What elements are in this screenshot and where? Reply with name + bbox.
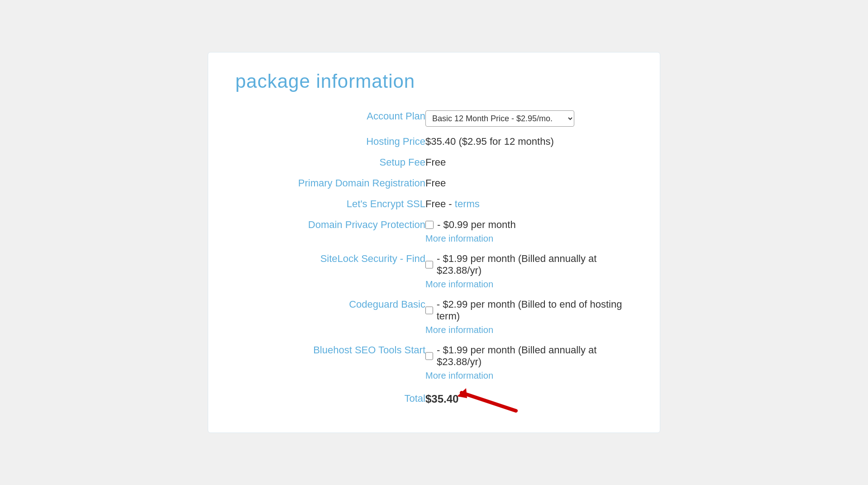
bluehost-seo-value: - $1.99 per month (Billed annually at $2…	[425, 340, 633, 385]
sitelock-row: SiteLock Security - Find - $1.99 per mon…	[235, 248, 633, 294]
sitelock-value: - $1.99 per month (Billed annually at $2…	[425, 248, 633, 294]
domain-privacy-row: Domain Privacy Protection - $0.99 per mo…	[235, 214, 633, 248]
setup-fee-label: Setup Fee	[235, 152, 425, 173]
letsencrypt-value: Free - terms	[425, 194, 633, 214]
bluehost-seo-label: Bluehost SEO Tools Start	[235, 340, 425, 385]
package-info-table: Account Plan Basic 12 Month Price - $2.9…	[235, 106, 633, 410]
account-plan-label: Account Plan	[235, 106, 425, 131]
account-plan-row: Account Plan Basic 12 Month Price - $2.9…	[235, 106, 633, 131]
codeguard-value: - $2.99 per month (Billed to end of host…	[425, 294, 633, 340]
codeguard-row: Codeguard Basic - $2.99 per month (Bille…	[235, 294, 633, 340]
sitelock-checkbox-row: - $1.99 per month (Billed annually at $2…	[425, 253, 633, 276]
sitelock-price: - $1.99 per month (Billed annually at $2…	[437, 253, 633, 276]
domain-privacy-price: - $0.99 per month	[437, 219, 516, 231]
primary-domain-label: Primary Domain Registration	[235, 173, 425, 194]
codeguard-checkbox-row: - $2.99 per month (Billed to end of host…	[425, 299, 633, 322]
total-label: Total	[235, 385, 425, 410]
sitelock-more-info-link[interactable]: More information	[425, 279, 633, 290]
account-plan-select[interactable]: Basic 12 Month Price - $2.95/mo. Basic 2…	[425, 110, 574, 127]
sitelock-checkbox[interactable]	[425, 261, 433, 269]
primary-domain-row: Primary Domain Registration Free	[235, 173, 633, 194]
letsencrypt-dash: -	[446, 198, 455, 209]
letsencrypt-label: Let's Encrypt SSL	[235, 194, 425, 214]
primary-domain-value: Free	[425, 173, 633, 194]
codeguard-more-info-link[interactable]: More information	[425, 325, 633, 335]
domain-privacy-more-info-link[interactable]: More information	[425, 233, 633, 244]
domain-privacy-checkbox[interactable]	[425, 221, 434, 229]
domain-privacy-value: - $0.99 per month More information	[425, 214, 633, 248]
svg-line-0	[462, 393, 516, 411]
bluehost-seo-more-info-link[interactable]: More information	[425, 371, 633, 381]
package-information-card: package information Account Plan Basic 1…	[208, 52, 660, 433]
letsencrypt-free-text: Free	[425, 198, 446, 209]
page-title: package information	[235, 71, 633, 92]
red-arrow-icon	[457, 388, 529, 415]
hosting-price-label: Hosting Price	[235, 131, 425, 152]
total-row: Total $35.40	[235, 385, 633, 410]
letsencrypt-row: Let's Encrypt SSL Free - terms	[235, 194, 633, 214]
hosting-price-row: Hosting Price $35.40 ($2.95 for 12 month…	[235, 131, 633, 152]
account-plan-value: Basic 12 Month Price - $2.95/mo. Basic 2…	[425, 106, 633, 131]
svg-marker-1	[457, 388, 467, 398]
bluehost-seo-checkbox[interactable]	[425, 352, 433, 360]
bluehost-seo-checkbox-row: - $1.99 per month (Billed annually at $2…	[425, 344, 633, 368]
total-arrow-container: $35.40	[425, 393, 458, 405]
bluehost-seo-row: Bluehost SEO Tools Start - $1.99 per mon…	[235, 340, 633, 385]
sitelock-label: SiteLock Security - Find	[235, 248, 425, 294]
setup-fee-value: Free	[425, 152, 633, 173]
setup-fee-row: Setup Fee Free	[235, 152, 633, 173]
hosting-price-value: $35.40 ($2.95 for 12 months)	[425, 131, 633, 152]
bluehost-seo-price: - $1.99 per month (Billed annually at $2…	[437, 344, 633, 368]
codeguard-checkbox[interactable]	[425, 306, 433, 314]
domain-privacy-label: Domain Privacy Protection	[235, 214, 425, 248]
codeguard-price: - $2.99 per month (Billed to end of host…	[437, 299, 633, 322]
letsencrypt-terms-link[interactable]: terms	[455, 198, 480, 209]
total-value-cell: $35.40	[425, 385, 633, 410]
total-value: $35.40	[425, 393, 458, 405]
codeguard-label: Codeguard Basic	[235, 294, 425, 340]
domain-privacy-checkbox-row: - $0.99 per month	[425, 219, 633, 231]
